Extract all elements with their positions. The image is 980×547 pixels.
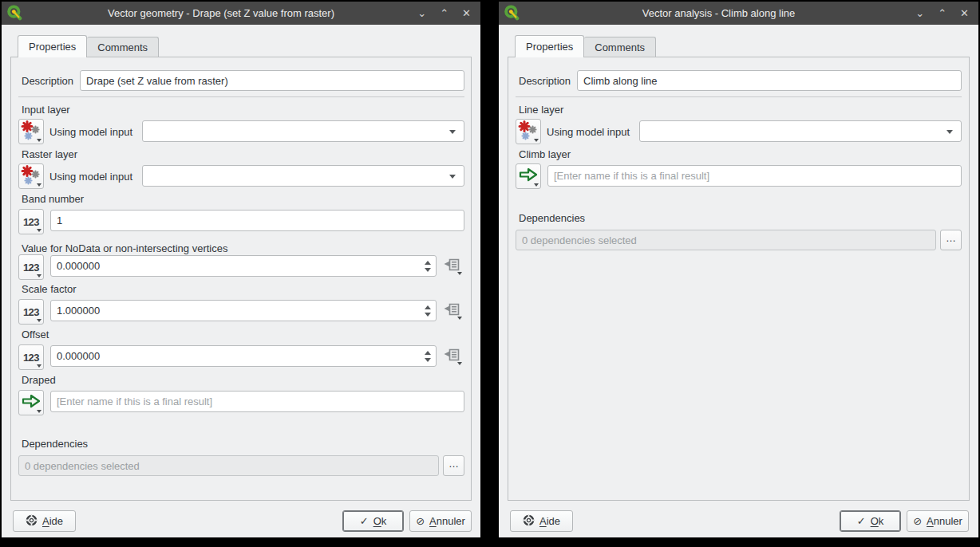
chevron-down-icon — [449, 130, 456, 134]
description-input[interactable] — [577, 70, 962, 91]
draped-output-input[interactable] — [50, 391, 464, 412]
model-input-source-button[interactable] — [18, 119, 44, 144]
spin-down-icon[interactable] — [425, 313, 431, 317]
chevron-down-icon — [37, 410, 41, 413]
titlebar[interactable]: Vector geometry - Drape (set Z value fro… — [2, 2, 480, 25]
chevron-down-icon — [457, 272, 462, 275]
check-icon: ✓ — [857, 515, 866, 527]
numeric-123-icon: 123 — [23, 306, 39, 318]
data-defined-override-button[interactable] — [441, 347, 464, 367]
cancel-icon: ⊘ — [416, 515, 425, 527]
tab-properties[interactable]: Properties — [515, 35, 584, 57]
nodata-label: Value for NoData or non-intersecting ver… — [22, 242, 227, 254]
value-type-button[interactable]: 123 — [18, 344, 44, 370]
data-defined-override-button[interactable] — [441, 301, 464, 321]
spin-down-icon[interactable] — [425, 268, 431, 272]
ok-button[interactable]: ✓ Ok — [342, 510, 404, 532]
description-label: Description — [22, 75, 73, 87]
input-layer-combobox[interactable] — [142, 120, 464, 142]
dependencies-more-button[interactable]: … — [940, 230, 962, 250]
scale-factor-label: Scale factor — [22, 283, 77, 295]
value-type-button[interactable]: 123 — [18, 254, 44, 280]
tab-bar: Properties Comments — [515, 35, 656, 57]
spin-up-icon[interactable] — [425, 305, 431, 309]
climb-output-input[interactable] — [547, 165, 962, 187]
separator — [516, 96, 962, 97]
spinner-arrows[interactable] — [420, 346, 436, 366]
chevron-down-icon — [37, 229, 41, 232]
maximize-icon[interactable]: ⌃ — [938, 8, 946, 18]
raster-layer-label: Raster layer — [22, 148, 77, 160]
tab-bar: Properties Comments — [18, 35, 159, 57]
spin-up-icon[interactable] — [425, 261, 431, 265]
dependencies-more-button[interactable]: … — [443, 455, 464, 476]
spinner-arrows[interactable] — [420, 301, 436, 321]
output-options-button[interactable] — [18, 390, 44, 415]
shade-icon[interactable]: ⌄ — [417, 8, 426, 18]
drape-dialog-window: Vector geometry - Drape (set Z value fro… — [2, 2, 480, 537]
offset-spinbox-input[interactable] — [51, 346, 420, 366]
window-title: Vector analysis - Climb along line — [531, 7, 907, 19]
chevron-down-icon — [457, 317, 462, 320]
close-icon[interactable]: ✕ — [462, 8, 471, 18]
value-type-button[interactable]: 123 — [18, 209, 44, 234]
dependencies-field — [18, 455, 439, 476]
shade-icon[interactable]: ⌄ — [915, 8, 924, 18]
dependencies-field — [516, 230, 936, 250]
description-input[interactable] — [80, 70, 464, 91]
tab-comments[interactable]: Comments — [87, 37, 159, 57]
model-input-source-button[interactable] — [18, 163, 44, 189]
window-title: Vector geometry - Drape (set Z value fro… — [34, 7, 409, 19]
input-layer-label: Input layer — [22, 104, 70, 116]
offset-spinbox[interactable] — [50, 345, 437, 367]
chevron-down-icon — [37, 139, 41, 142]
cancel-button[interactable]: ⊘ Annuler — [907, 510, 969, 532]
titlebar[interactable]: Vector analysis - Climb along line ⌄ ⌃ ✕ — [499, 2, 978, 25]
chevron-down-icon — [457, 362, 462, 365]
output-options-button[interactable] — [516, 163, 541, 189]
cancel-button[interactable]: ⊘ Annuler — [409, 510, 472, 532]
chevron-down-icon — [37, 319, 41, 322]
spinner-arrows[interactable] — [420, 256, 436, 276]
help-icon — [523, 514, 535, 529]
dependencies-label: Dependencies — [519, 212, 585, 224]
scale-factor-spinbox[interactable] — [50, 300, 437, 321]
spin-up-icon[interactable] — [425, 351, 431, 355]
nodata-spinbox[interactable] — [50, 255, 437, 277]
nodata-spinbox-input[interactable] — [51, 256, 420, 276]
check-icon: ✓ — [360, 515, 369, 527]
chevron-down-icon — [37, 364, 41, 368]
cancel-icon: ⊘ — [913, 515, 922, 527]
numeric-123-icon: 123 — [23, 352, 39, 364]
help-button[interactable]: Aide — [13, 510, 76, 532]
band-number-label: Band number — [22, 193, 84, 205]
help-button[interactable]: Aide — [510, 510, 573, 532]
scale-factor-spinbox-input[interactable] — [51, 301, 420, 321]
model-input-source-button[interactable] — [516, 119, 541, 144]
help-icon — [26, 514, 38, 529]
ok-button[interactable]: ✓ Ok — [840, 510, 901, 532]
climb-layer-label: Climb layer — [519, 148, 571, 160]
tab-properties[interactable]: Properties — [18, 35, 87, 57]
chevron-down-icon — [534, 183, 539, 187]
line-layer-combobox[interactable] — [639, 120, 962, 142]
tab-comments[interactable]: Comments — [584, 37, 656, 57]
line-layer-label: Line layer — [519, 104, 563, 116]
separator — [18, 96, 464, 97]
close-icon[interactable]: ✕ — [960, 8, 969, 18]
using-model-input-label: Using model input — [547, 126, 630, 138]
raster-layer-combobox[interactable] — [142, 165, 464, 187]
dependencies-label: Dependencies — [22, 438, 88, 450]
chevron-down-icon — [534, 139, 539, 142]
draped-label: Draped — [22, 374, 56, 386]
offset-label: Offset — [22, 329, 49, 340]
chevron-down-icon — [37, 183, 41, 187]
value-type-button[interactable]: 123 — [18, 299, 44, 325]
data-defined-override-button[interactable] — [441, 257, 464, 277]
qgis-logo-icon — [504, 5, 520, 21]
qgis-logo-icon — [6, 5, 22, 21]
using-model-input-label: Using model input — [49, 126, 132, 138]
band-number-input[interactable] — [50, 210, 464, 231]
spin-down-icon[interactable] — [425, 358, 431, 362]
maximize-icon[interactable]: ⌃ — [440, 8, 449, 18]
